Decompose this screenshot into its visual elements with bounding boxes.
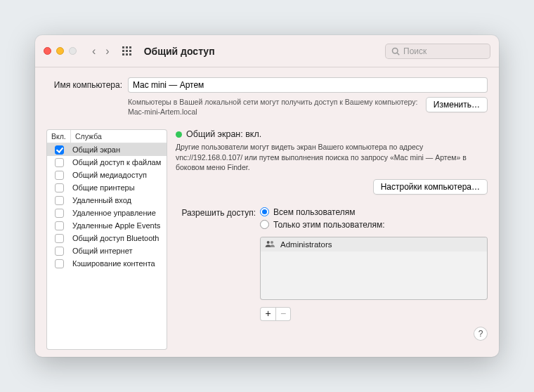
service-row[interactable]: Общий экран (47, 143, 167, 156)
search-icon (391, 47, 400, 55)
remove-user-button[interactable]: − (275, 307, 291, 321)
service-checkbox[interactable] (55, 196, 64, 205)
access-label: Разрешить доступ: (176, 207, 256, 321)
status-text: Общий экран: вкл. (186, 129, 261, 139)
service-checkbox[interactable] (55, 183, 64, 192)
search-placeholder: Поиск (403, 46, 426, 56)
access-radio-only[interactable]: Только этим пользователям: (260, 220, 488, 230)
status-indicator-icon (176, 131, 182, 138)
service-label: Удаленное управление (71, 209, 167, 217)
edit-hostname-button[interactable]: Изменить… (426, 97, 488, 112)
service-checkbox[interactable] (55, 171, 64, 180)
sharing-preferences-window: ‹ › Общий доступ Поиск Имя компьютера: К… (35, 35, 499, 357)
svg-point-3 (271, 241, 273, 244)
radio-icon (260, 207, 269, 216)
forward-button[interactable]: › (105, 45, 109, 58)
window-title: Общий доступ (144, 46, 215, 57)
minimize-window-button[interactable] (56, 47, 64, 55)
access-option-only-label: Только этим пользователям: (273, 220, 385, 230)
service-row[interactable]: Удаленное управление (47, 207, 167, 219)
computer-name-hint: Компьютеры в Вашей локальной сети могут … (128, 97, 420, 117)
service-row[interactable]: Общий медиадоступ (47, 169, 167, 181)
service-checkbox[interactable] (55, 234, 64, 243)
access-option-all-label: Всем пользователям (273, 207, 356, 217)
toolbar: ‹ › Общий доступ Поиск (35, 35, 499, 67)
nav-buttons: ‹ › (92, 45, 110, 58)
back-button[interactable]: ‹ (92, 45, 96, 58)
status-description: Другие пользователи могут видеть экран В… (176, 142, 488, 172)
computer-settings-button[interactable]: Настройки компьютера… (373, 179, 488, 195)
service-detail: Общий экран: вкл. Другие пользователи мо… (176, 129, 488, 350)
computer-name-label: Имя компьютера: (46, 80, 122, 90)
services-table: Вкл. Служба Общий экранОбщий доступ к фа… (46, 129, 167, 350)
computer-name-input[interactable] (128, 77, 488, 93)
svg-line-1 (397, 53, 399, 55)
window-controls (44, 47, 77, 55)
service-row[interactable]: Общий интернет (47, 244, 167, 257)
service-label: Удаленный вход (71, 196, 167, 204)
close-window-button[interactable] (44, 47, 51, 55)
service-row[interactable]: Общий доступ Bluetooth (47, 232, 167, 244)
service-checkbox[interactable] (55, 221, 64, 230)
service-label: Общие принтеры (71, 183, 167, 192)
add-user-button[interactable]: + (260, 307, 275, 321)
services-header-on: Вкл. (47, 130, 71, 143)
services-list: Общий экранОбщий доступ к файламОбщий ме… (47, 143, 167, 349)
service-label: Общий доступ к файлам (71, 158, 167, 166)
user-name: Administrators (280, 240, 332, 249)
service-row[interactable]: Удаленные Apple Events (47, 219, 167, 232)
help-button[interactable]: ? (474, 327, 488, 341)
user-row[interactable]: Administrators (261, 237, 487, 251)
service-label: Удаленные Apple Events (71, 221, 167, 230)
service-row[interactable]: Кэширование контента (47, 257, 167, 270)
service-label: Общий медиадоступ (71, 171, 167, 179)
service-label: Общий доступ Bluetooth (71, 234, 167, 242)
access-radio-all[interactable]: Всем пользователям (260, 207, 488, 217)
service-row[interactable]: Общие принтеры (47, 181, 167, 194)
service-row[interactable]: Удаленный вход (47, 194, 167, 207)
service-label: Общий экран (71, 145, 167, 154)
allowed-users-list[interactable]: Administrators (260, 237, 488, 300)
service-checkbox[interactable] (55, 247, 64, 256)
group-icon (265, 240, 276, 249)
service-row[interactable]: Общий доступ к файлам (47, 156, 167, 169)
service-checkbox[interactable] (55, 209, 64, 218)
show-all-icon[interactable] (122, 46, 131, 55)
computer-name-row: Имя компьютера: (46, 77, 488, 93)
services-header: Вкл. Служба (47, 130, 167, 143)
service-checkbox[interactable] (55, 145, 64, 155)
service-label: Общий интернет (71, 247, 167, 255)
services-header-service: Служба (71, 130, 167, 143)
service-label: Кэширование контента (71, 259, 167, 268)
svg-point-2 (267, 241, 270, 244)
radio-icon (260, 220, 269, 229)
service-checkbox[interactable] (55, 259, 64, 268)
service-checkbox[interactable] (55, 158, 64, 167)
zoom-window-button (69, 47, 77, 55)
search-field[interactable]: Поиск (385, 44, 490, 59)
svg-point-0 (393, 48, 398, 53)
